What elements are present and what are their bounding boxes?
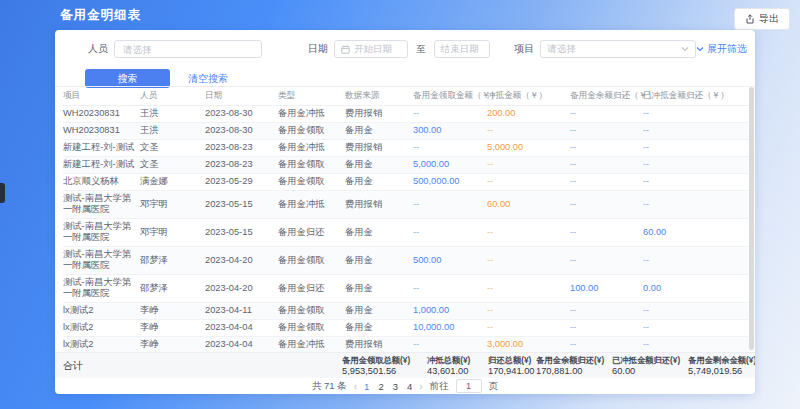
cell-project: 测试-南昌大学第一附属医院: [63, 246, 140, 274]
expand-filter-label: 展开筛选: [707, 42, 747, 56]
pagination-total-text: 共 71 条: [312, 380, 347, 393]
cell-balance_return: --: [570, 319, 643, 336]
project-select[interactable]: 请选择: [540, 40, 696, 58]
expand-filter-link[interactable]: 展开筛选: [696, 42, 747, 56]
date-range-separator: 至: [416, 43, 426, 56]
cell-date: 2023-08-30: [205, 122, 278, 139]
summary-item-5: 备用金剩余金额(¥)5,749,019.56: [688, 355, 755, 377]
goto-page-label: 前往: [430, 380, 449, 393]
export-button-label: 导出: [759, 12, 779, 26]
summary-row: 合计 备用金领取总额(¥)5,953,501.56冲抵总额(¥)43,601.0…: [55, 352, 755, 378]
table-row[interactable]: 测试-南昌大学第一附属医院邵梦泽2023-04-20备用金领取备用金500.00…: [63, 246, 751, 274]
end-date-placeholder: 结束日期: [441, 43, 479, 56]
cell-date: 2023-08-23: [205, 156, 278, 173]
page-number-3[interactable]: 3: [393, 381, 398, 392]
table-scrollbar[interactable]: [749, 87, 754, 350]
person-select-input[interactable]: [114, 40, 262, 58]
main-card: 人员 日期 开始日期 至 结束日期 项目 请选择 展开筛选: [55, 30, 755, 394]
table-row[interactable]: lx测试2李峥2023-04-04备用金领取备用金10,000.00------: [63, 319, 751, 336]
cell-offset_return: --: [643, 302, 751, 319]
page-number-1[interactable]: 1: [364, 381, 369, 392]
table-row[interactable]: WH20230831王洪2023-08-30备用金冲抵费用报销--200.00-…: [63, 105, 751, 122]
cell-type: 备用金归还: [278, 218, 345, 246]
table-row[interactable]: lx测试2李峥2023-04-11备用金领取备用金1,000.00------: [63, 302, 751, 319]
table-row[interactable]: WH20230831王洪2023-08-30备用金领取备用金300.00----…: [63, 122, 751, 139]
table-row[interactable]: 北京顺义杨林满金娜2023-05-29备用金领取备用金500,000.00---…: [63, 173, 751, 190]
cell-source: 备用金: [345, 173, 413, 190]
cell-person: 文圣: [140, 139, 205, 156]
cell-date: 2023-04-11: [205, 302, 278, 319]
export-button[interactable]: 导出: [734, 8, 790, 30]
page-title: 备用金明细表: [60, 0, 141, 30]
table-row[interactable]: 测试-南昌大学第一附属医院邓宇明2023-05-15备用金归还备用金------…: [63, 218, 751, 246]
cell-date: 2023-05-15: [205, 218, 278, 246]
cell-offset_return: --: [643, 190, 751, 218]
cell-project: 测试-南昌大学第一附属医院: [63, 218, 140, 246]
cell-source: 备用金: [345, 302, 413, 319]
chevron-down-icon: [681, 46, 689, 52]
cell-project: 新建工程-刘-测试: [63, 156, 140, 173]
column-header-1: 人员: [140, 87, 205, 105]
cell-type: 备用金领取: [278, 173, 345, 190]
cell-source: 备用金: [345, 218, 413, 246]
column-header-2: 日期: [205, 87, 278, 105]
cell-type: 备用金领取: [278, 319, 345, 336]
cell-source: 费用报销: [345, 139, 413, 156]
end-date-input[interactable]: 结束日期: [434, 40, 491, 58]
cell-date: 2023-05-15: [205, 190, 278, 218]
cell-person: 王洪: [140, 105, 205, 122]
table-row[interactable]: 测试-南昌大学第一附属医院邓宇明2023-05-15备用金冲抵费用报销--60.…: [63, 190, 751, 218]
cell-type: 备用金领取: [278, 122, 345, 139]
table-row[interactable]: 新建工程-刘-测试文圣2023-08-23备用金冲抵费用报销--5,000.00…: [63, 139, 751, 156]
start-date-placeholder: 开始日期: [354, 43, 392, 56]
cell-source: 备用金: [345, 274, 413, 302]
clear-search-link[interactable]: 清空搜索: [188, 72, 228, 86]
cell-person: 文圣: [140, 156, 205, 173]
cell-project: WH20230831: [63, 122, 140, 139]
goto-page-suffix: 页: [489, 380, 499, 393]
cell-type: 备用金归还: [278, 274, 345, 302]
cell-type: 备用金冲抵: [278, 190, 345, 218]
cell-source: 备用金: [345, 319, 413, 336]
cell-received: 5,000.00: [413, 156, 487, 173]
cell-project: lx测试2: [63, 336, 140, 352]
column-header-8: 已冲抵金额归还（￥）: [643, 87, 751, 105]
cell-person: 李峥: [140, 319, 205, 336]
export-icon: [745, 14, 755, 24]
cell-type: 备用金领取: [278, 302, 345, 319]
cell-date: 2023-08-23: [205, 139, 278, 156]
cell-received: 1,000.00: [413, 302, 487, 319]
top-header-bar: 备用金明细表 导出: [0, 0, 800, 30]
prev-page-button[interactable]: ‹: [354, 381, 357, 392]
cell-received: --: [413, 218, 487, 246]
cell-offset_return: 0.00: [643, 274, 751, 302]
cell-offset_return: --: [643, 173, 751, 190]
cell-offset_return: --: [643, 139, 751, 156]
cell-offset_return: --: [643, 156, 751, 173]
table-row[interactable]: lx测试2李峥2023-04-04备用金冲抵费用报销--3,000.00----: [63, 336, 751, 352]
cell-date: 2023-04-20: [205, 246, 278, 274]
goto-page-input[interactable]: [456, 379, 482, 393]
table-row[interactable]: 新建工程-刘-测试文圣2023-08-23备用金领取备用金5,000.00---…: [63, 156, 751, 173]
collapsed-sidebar-handle[interactable]: [0, 183, 5, 203]
next-page-button[interactable]: ›: [419, 381, 422, 392]
start-date-input[interactable]: 开始日期: [334, 40, 408, 58]
cell-offset: --: [487, 218, 570, 246]
cell-project: 北京顺义杨林: [63, 173, 140, 190]
cell-source: 费用报销: [345, 336, 413, 352]
cell-received: --: [413, 336, 487, 352]
column-header-0: 项目: [63, 87, 140, 105]
cell-date: 2023-04-20: [205, 274, 278, 302]
cell-type: 备用金冲抵: [278, 336, 345, 352]
page-number-4[interactable]: 4: [407, 381, 412, 392]
page-number-2[interactable]: 2: [378, 381, 383, 392]
cell-offset_return: --: [643, 319, 751, 336]
cell-source: 备用金: [345, 246, 413, 274]
filter-bar: 人员 日期 开始日期 至 结束日期 项目 请选择 展开筛选: [88, 40, 747, 58]
page-numbers: 1234: [364, 381, 412, 392]
cell-project: WH20230831: [63, 105, 140, 122]
cell-received: 500.00: [413, 246, 487, 274]
cell-balance_return: --: [570, 246, 643, 274]
cell-project: 新建工程-刘-测试: [63, 139, 140, 156]
table-row[interactable]: 测试-南昌大学第一附属医院邵梦泽2023-04-20备用金归还备用金----10…: [63, 274, 751, 302]
